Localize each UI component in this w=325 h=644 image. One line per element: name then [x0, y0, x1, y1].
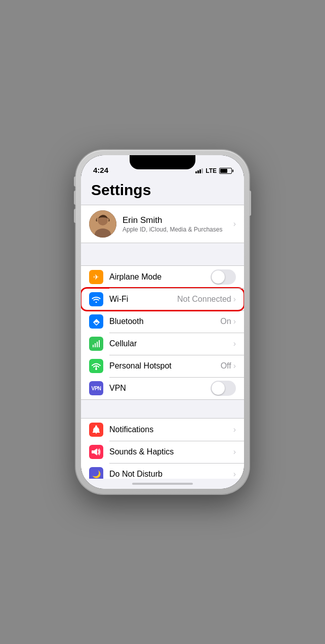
status-bar: 4:24 LTE: [81, 155, 244, 177]
signal-strength: [195, 168, 203, 173]
notifications-row[interactable]: Notifications ›: [81, 419, 244, 441]
volume-up-button[interactable]: [74, 191, 76, 205]
notifications-chevron: ›: [233, 425, 236, 434]
do-not-disturb-chevron: ›: [233, 470, 236, 479]
svg-rect-5: [97, 342, 98, 347]
sounds-row[interactable]: Sounds & Haptics ›: [81, 441, 244, 463]
volume-down-button[interactable]: [74, 209, 76, 223]
section-gap-2: [81, 400, 244, 418]
hotspot-status: Off: [221, 361, 231, 371]
airplane-mode-toggle[interactable]: [211, 269, 236, 285]
cellular-row[interactable]: Cellular ›: [81, 333, 244, 355]
svg-rect-6: [99, 340, 100, 347]
hotspot-chevron: ›: [233, 361, 236, 371]
airplane-mode-label: Airplane Mode: [109, 272, 211, 282]
profile-chevron: ›: [233, 219, 236, 228]
sounds-label: Sounds & Haptics: [109, 447, 233, 456]
do-not-disturb-row[interactable]: 🌙 Do Not Disturb ›: [81, 463, 244, 479]
notifications-label: Notifications: [109, 425, 233, 434]
home-bar: [132, 483, 193, 485]
vpn-label: VPN: [109, 384, 211, 393]
profile-info: Erin Smith Apple ID, iCloud, Media & Pur…: [123, 215, 227, 233]
notifications-group: Notifications ›: [81, 418, 244, 479]
wifi-status: Not Connected: [177, 295, 231, 304]
hotspot-label: Personal Hotspot: [109, 361, 221, 371]
svg-marker-10: [94, 448, 97, 455]
vpn-toggle[interactable]: [211, 381, 236, 396]
cellular-chevron: ›: [233, 339, 236, 348]
bluetooth-chevron: ›: [233, 317, 236, 326]
silent-switch[interactable]: [74, 176, 76, 187]
do-not-disturb-icon: 🌙: [89, 467, 103, 479]
wifi-icon: [89, 292, 103, 306]
profile-subtitle: Apple ID, iCloud, Media & Purchases: [123, 226, 227, 233]
do-not-disturb-label: Do Not Disturb: [109, 470, 233, 479]
battery-indicator: [219, 168, 232, 174]
settings-content[interactable]: Settings: [81, 177, 244, 479]
wifi-row[interactable]: Wi-Fi Not Connected ›: [81, 288, 244, 310]
wifi-chevron: ›: [233, 295, 236, 304]
bluetooth-label: Bluetooth: [109, 317, 220, 326]
profile-row[interactable]: Erin Smith Apple ID, iCloud, Media & Pur…: [81, 205, 244, 243]
cellular-label: Cellular: [109, 339, 233, 348]
vpn-icon: VPN: [89, 381, 103, 395]
svg-rect-9: [92, 450, 94, 453]
notifications-icon: [89, 423, 103, 437]
section-gap-1: [81, 247, 244, 265]
lte-indicator: LTE: [206, 167, 217, 174]
wifi-label: Wi-Fi: [109, 295, 177, 304]
svg-rect-3: [93, 345, 94, 347]
airplane-mode-icon: ✈: [89, 270, 103, 284]
power-button[interactable]: [249, 191, 251, 216]
profile-section: Erin Smith Apple ID, iCloud, Media & Pur…: [81, 205, 244, 243]
connectivity-group: ✈ Airplane Mode: [81, 265, 244, 400]
svg-point-7: [95, 368, 97, 370]
page-title: Settings: [81, 177, 244, 205]
airplane-mode-row[interactable]: ✈ Airplane Mode: [81, 266, 244, 288]
cellular-icon: [89, 337, 103, 351]
home-indicator[interactable]: [81, 479, 244, 489]
avatar: [89, 210, 116, 238]
personal-hotspot-row[interactable]: Personal Hotspot Off ›: [81, 355, 244, 377]
vpn-row[interactable]: VPN VPN: [81, 377, 244, 399]
bluetooth-status: On: [220, 317, 231, 326]
bluetooth-row[interactable]: ⬘ Bluetooth On ›: [81, 310, 244, 333]
svg-rect-4: [95, 343, 96, 347]
hotspot-icon: [89, 359, 103, 373]
screen-content: 4:24 LTE Settings: [81, 155, 244, 489]
sounds-chevron: ›: [233, 447, 236, 456]
bluetooth-icon: ⬘: [89, 314, 103, 329]
notch: [130, 155, 195, 169]
sounds-icon: [89, 445, 103, 459]
phone-frame: 4:24 LTE Settings: [76, 150, 249, 494]
profile-name: Erin Smith: [123, 215, 227, 225]
status-icons: LTE: [195, 167, 232, 174]
status-time: 4:24: [93, 166, 108, 174]
phone-screen: 4:24 LTE Settings: [81, 155, 244, 489]
